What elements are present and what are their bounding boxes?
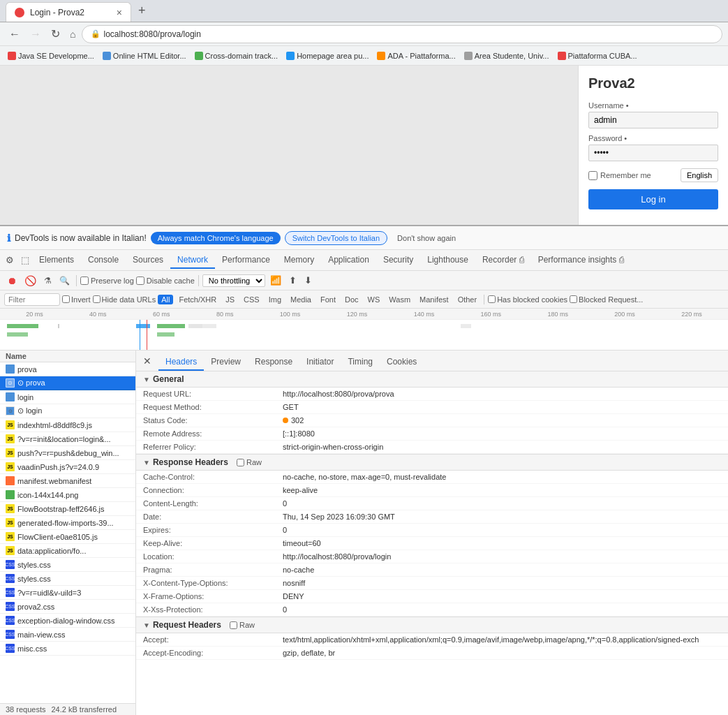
- dont-show-btn[interactable]: Don't show again: [392, 232, 461, 244]
- detail-tab-response[interactable]: Response: [248, 354, 299, 371]
- net-item-indexhtml[interactable]: JS indexhtml-d8ddf8c9.js: [0, 418, 135, 432]
- hide-data-urls-label[interactable]: Hide data URLs: [93, 295, 156, 304]
- bookmark-3[interactable]: Homepage area pu...: [283, 50, 372, 61]
- bookmark-4[interactable]: ADA - Piattaforma...: [373, 50, 459, 61]
- disable-cache-checkbox[interactable]: [136, 277, 144, 285]
- tab-network[interactable]: Network: [170, 252, 215, 269]
- tab-perf-insights[interactable]: Performance insights ⎙: [531, 252, 631, 269]
- filter-other[interactable]: Other: [454, 295, 481, 304]
- import-btn[interactable]: ⬆: [286, 274, 299, 287]
- net-item-flowbootstrap[interactable]: JS FlowBootstrap-feff2646.js: [0, 502, 135, 516]
- match-language-btn[interactable]: Always match Chrome's language: [151, 232, 281, 244]
- tab-recorder[interactable]: Recorder ⎙: [475, 252, 531, 269]
- active-tab[interactable]: Login - Prova2 ×: [6, 2, 131, 22]
- filter-css[interactable]: CSS: [240, 295, 263, 304]
- raw-checkbox-request[interactable]: Raw: [230, 621, 255, 629]
- filter-doc[interactable]: Doc: [341, 295, 362, 304]
- net-item-push[interactable]: JS push?v=r=push&debug_win...: [0, 446, 135, 460]
- bookmark-6[interactable]: Piattaforma CUBA...: [554, 50, 641, 61]
- record-btn[interactable]: ⏺: [4, 274, 20, 288]
- tab-elements[interactable]: Elements: [32, 252, 81, 269]
- reload-btn[interactable]: ↻: [47, 25, 64, 43]
- filter-img[interactable]: Img: [265, 295, 285, 304]
- search-btn[interactable]: 🔍: [57, 274, 73, 287]
- bookmark-2[interactable]: Cross-domain track...: [191, 50, 282, 61]
- tab-memory[interactable]: Memory: [277, 252, 321, 269]
- net-item-mainview[interactable]: CSS main-view.css: [0, 628, 135, 642]
- forward-btn[interactable]: →: [27, 26, 45, 43]
- devtools-settings-icon[interactable]: ⚙: [1, 255, 18, 265]
- has-blocked-cookies-label[interactable]: Has blocked cookies: [488, 295, 567, 304]
- raw-checkbox-response[interactable]: Raw: [237, 458, 262, 466]
- remember-me-checkbox[interactable]: [588, 171, 597, 180]
- net-item-prova-selected[interactable]: ⊙ ⊙ prova: [0, 376, 135, 390]
- net-item-login[interactable]: login: [0, 390, 135, 404]
- net-item-data-app[interactable]: JS data:application/fo...: [0, 544, 135, 558]
- bookmark-5[interactable]: Area Studente, Univ...: [461, 50, 553, 61]
- net-item-misc[interactable]: CSS misc.css: [0, 642, 135, 656]
- tab-lighthouse[interactable]: Lighthouse: [420, 252, 475, 269]
- blocked-request-checkbox[interactable]: [570, 295, 577, 303]
- bookmark-1[interactable]: Online HTML Editor...: [99, 50, 190, 61]
- tab-close-btn[interactable]: ×: [117, 7, 122, 18]
- export-btn[interactable]: ⬇: [302, 274, 315, 287]
- net-item-generated-flow[interactable]: JS generated-flow-imports-39...: [0, 516, 135, 530]
- filter-font[interactable]: Font: [317, 295, 339, 304]
- detail-close-btn[interactable]: ✕: [139, 355, 156, 367]
- login-btn[interactable]: Log in: [588, 189, 718, 209]
- net-item-prova[interactable]: prova: [0, 362, 135, 376]
- tab-console[interactable]: Console: [81, 252, 126, 269]
- net-item-styles1[interactable]: CSS styles.css: [0, 558, 135, 572]
- filter-input[interactable]: [4, 293, 60, 306]
- detail-tab-headers[interactable]: Headers: [158, 354, 204, 371]
- invert-label[interactable]: Invert: [62, 295, 91, 304]
- devtools-inspect-icon[interactable]: ⬚: [18, 255, 32, 265]
- home-btn[interactable]: ⌂: [66, 27, 79, 42]
- remember-me-label[interactable]: Remember me: [588, 171, 651, 180]
- hide-data-urls-checkbox[interactable]: [93, 295, 101, 303]
- filter-fetch-xhr[interactable]: Fetch/XHR: [175, 295, 220, 304]
- new-tab-btn[interactable]: +: [134, 2, 150, 20]
- detail-tab-cookies[interactable]: Cookies: [380, 354, 424, 371]
- preserve-log-checkbox[interactable]: [80, 277, 89, 285]
- preserve-log-label[interactable]: Preserve log: [80, 277, 134, 285]
- detail-tab-timing[interactable]: Timing: [341, 354, 380, 371]
- username-input[interactable]: [588, 112, 718, 128]
- response-headers-section-header[interactable]: ▼ Response Headers Raw: [136, 454, 728, 471]
- clear-btn[interactable]: 🚫: [22, 274, 39, 288]
- disable-cache-label[interactable]: Disable cache: [136, 277, 195, 285]
- filter-wasm[interactable]: Wasm: [385, 295, 414, 304]
- tab-sources[interactable]: Sources: [126, 252, 170, 269]
- network-list-scroll[interactable]: prova ⊙ ⊙ prova login ⊙ ⊙ login: [0, 362, 135, 703]
- filter-js[interactable]: JS: [222, 295, 238, 304]
- detail-tab-initiator[interactable]: Initiator: [299, 354, 341, 371]
- net-item-manifest[interactable]: manifest.webmanifest: [0, 474, 135, 488]
- language-btn[interactable]: English: [681, 168, 718, 182]
- filter-all[interactable]: All: [158, 295, 173, 304]
- filter-manifest[interactable]: Manifest: [416, 295, 452, 304]
- wifi-icon-btn[interactable]: 📶: [267, 274, 284, 287]
- net-item-v-r-init[interactable]: JS ?v=r=init&location=login&...: [0, 432, 135, 446]
- back-btn[interactable]: ←: [6, 26, 24, 43]
- detail-tab-preview[interactable]: Preview: [204, 354, 248, 371]
- invert-checkbox[interactable]: [62, 295, 70, 303]
- blocked-request-label[interactable]: Blocked Request...: [570, 295, 643, 304]
- net-item-login2[interactable]: ⊙ ⊙ login: [0, 404, 135, 418]
- net-item-flowclient[interactable]: JS FlowClient-e0ae8105.js: [0, 530, 135, 544]
- general-section-header[interactable]: ▼ General: [136, 371, 728, 388]
- net-item-vaadin[interactable]: JS vaadinPush.js?v=24.0.9: [0, 460, 135, 474]
- tab-application[interactable]: Application: [321, 252, 376, 269]
- request-headers-section-header[interactable]: ▼ Request Headers Raw: [136, 617, 728, 633]
- has-blocked-cookies-checkbox[interactable]: [488, 295, 496, 303]
- tab-performance[interactable]: Performance: [215, 252, 277, 269]
- password-input[interactable]: [588, 145, 718, 161]
- net-item-exception[interactable]: CSS exception-dialog-window.css: [0, 614, 135, 628]
- filter-icon-btn[interactable]: ⚗: [41, 274, 54, 287]
- raw-response-checkbox[interactable]: [237, 459, 244, 466]
- filter-ws[interactable]: WS: [364, 295, 384, 304]
- net-item-v-r-uidl[interactable]: CSS ?v=r=uidl&v-uild=3: [0, 586, 135, 600]
- net-item-styles2[interactable]: CSS styles.css: [0, 572, 135, 586]
- throttle-select[interactable]: No throttling: [202, 274, 265, 287]
- address-bar[interactable]: 🔒 localhost:8080/prova/login: [82, 25, 722, 43]
- filter-media[interactable]: Media: [287, 295, 315, 304]
